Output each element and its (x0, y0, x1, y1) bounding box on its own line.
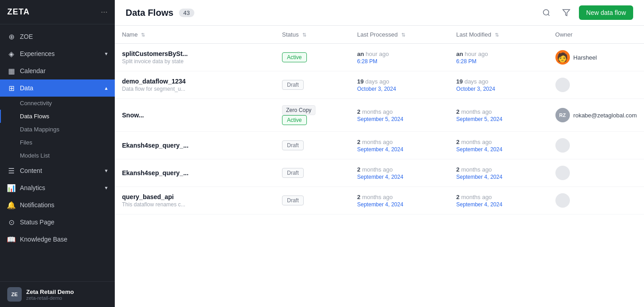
status-badge: Draft (282, 195, 304, 205)
sidebar-item-label: ZOE (20, 33, 33, 40)
flow-name-cell: demo_dataflow_1234 Data flow for segment… (115, 71, 275, 99)
sort-icon-processed: ⇅ (401, 32, 405, 37)
chevron-down-icon: ▾ (105, 51, 108, 57)
sidebar-item-connectivity[interactable]: Connectivity (0, 97, 115, 110)
sidebar-item-experiences[interactable]: ◈ Experiences ▾ (0, 45, 115, 62)
col-header-last-modified[interactable]: Last Modified ⇅ (449, 26, 548, 44)
flow-name-cell: Ekansh4sep_query_... (115, 132, 275, 159)
avatar-blank (555, 166, 570, 180)
sidebar-nav: ⊕ ZOE ◈ Experiences ▾ ▦ Calendar ⊞ Data … (0, 24, 115, 281)
sidebar-item-label: Content (20, 167, 42, 174)
main-content: Data Flows 43 New data flow Name (115, 0, 644, 307)
sidebar-item-knowledgebase[interactable]: 📖 Knowledge Base (0, 231, 115, 248)
sidebar-item-label: Status Page (20, 219, 54, 226)
modelslist-label: Models List (20, 152, 50, 159)
table-row[interactable]: splitCustomersBySt... Split invoice data… (115, 44, 644, 71)
avatar-blank (555, 138, 570, 153)
sidebar: ZETA ··· ⊕ ZOE ◈ Experiences ▾ ▦ Calenda… (0, 0, 115, 307)
sort-icon-status: ⇅ (302, 32, 306, 37)
sidebar-item-calendar[interactable]: ▦ Calendar (0, 62, 115, 79)
sidebar-item-statuspage[interactable]: ⊙ Status Page (0, 214, 115, 231)
owner-cell: RZ rokabe@zetaglobal.com (555, 108, 637, 122)
flow-owner-cell (548, 159, 644, 187)
table-row[interactable]: Snow... Zero CopyActive 2 months ago Sep… (115, 99, 644, 132)
flow-owner-cell: 🧑 Harsheel (548, 44, 644, 71)
flow-modified-time: 2 months ago September 4, 2024 (456, 194, 541, 208)
org-name: Zeta Retail Demo (26, 288, 74, 295)
status-badge: Draft (282, 140, 304, 150)
header-actions: New data flow (539, 5, 633, 20)
new-data-flow-button[interactable]: New data flow (579, 5, 633, 20)
owner-cell (555, 193, 637, 208)
sidebar-item-files[interactable]: Files (0, 136, 115, 149)
flow-name: Ekansh4sep_query_... (122, 142, 268, 149)
content-icon: ☰ (7, 167, 15, 175)
flow-modified-cell: 2 months ago September 5, 2024 (449, 99, 548, 132)
sort-icon-modified: ⇅ (495, 32, 499, 37)
flow-modified-cell: 19 days ago October 3, 2024 (449, 71, 548, 99)
flow-status-cell: Draft (275, 159, 350, 187)
search-button[interactable] (539, 5, 554, 20)
flow-modified-cell: an hour ago 6:28 PM (449, 44, 548, 71)
flow-desc: Data flow for segment_u... (122, 86, 268, 92)
sidebar-item-label: Experiences (20, 50, 55, 57)
status-badge: Active (282, 52, 307, 62)
sidebar-item-label: Data (20, 84, 33, 92)
col-header-last-processed[interactable]: Last Processed ⇅ (350, 26, 449, 44)
flow-name: splitCustomersBySt... (122, 50, 268, 57)
col-header-status[interactable]: Status ⇅ (275, 26, 350, 44)
filter-button[interactable] (559, 5, 573, 20)
analytics-icon: 📊 (7, 184, 15, 192)
sidebar-item-datamappings[interactable]: Data Mappings (0, 123, 115, 136)
sidebar-item-label: Analytics (20, 184, 45, 191)
data-subnav: Connectivity Data Flows Data Mappings Fi… (0, 97, 115, 162)
owner-cell (555, 138, 637, 153)
owner-cell (555, 166, 637, 180)
svg-marker-2 (563, 9, 570, 16)
col-header-name[interactable]: Name ⇅ (115, 26, 275, 44)
table-row[interactable]: Ekansh4sep_query_... Draft 2 months ago … (115, 132, 644, 159)
table-row[interactable]: query_based_api This dataflow renames c.… (115, 187, 644, 214)
sidebar-item-dataflows[interactable]: Data Flows (0, 110, 115, 123)
table-row[interactable]: demo_dataflow_1234 Data flow for segment… (115, 71, 644, 99)
flow-modified-cell: 2 months ago September 4, 2024 (449, 159, 548, 187)
sidebar-item-data[interactable]: ⊞ Data ▴ (0, 79, 115, 97)
flow-modified-time: 2 months ago September 4, 2024 (456, 166, 541, 180)
flow-name-cell: Snow... (115, 99, 275, 132)
flow-processed-cell: 19 days ago October 3, 2024 (350, 71, 449, 99)
sidebar-org[interactable]: ZE Zeta Retail Demo zeta-retail-demo (0, 281, 115, 307)
status-badge: Active (282, 115, 307, 125)
flow-name-cell: splitCustomersBySt... Split invoice data… (115, 44, 275, 71)
flow-name: Ekansh4sep_query_... (122, 169, 268, 177)
chevron-down-icon: ▾ (105, 167, 108, 174)
flow-modified-cell: 2 months ago September 4, 2024 (449, 132, 548, 159)
flow-name: demo_dataflow_1234 (122, 78, 268, 85)
flow-processed-cell: an hour ago 6:28 PM (350, 44, 449, 71)
flow-name: query_based_api (122, 193, 268, 200)
page-title-area: Data Flows 43 (126, 8, 194, 18)
logo-text: ZETA (7, 7, 30, 17)
col-header-owner: Owner (548, 26, 644, 44)
sidebar-item-modelslist[interactable]: Models List (0, 149, 115, 162)
sidebar-item-content[interactable]: ☰ Content ▾ (0, 162, 115, 179)
sidebar-item-analytics[interactable]: 📊 Analytics ▾ (0, 179, 115, 196)
flow-name: Snow... (122, 112, 268, 119)
flow-processed-cell: 2 months ago September 5, 2024 (350, 99, 449, 132)
chevron-up-icon: ▴ (105, 85, 108, 91)
notifications-icon: 🔔 (7, 201, 15, 209)
sidebar-menu-dots[interactable]: ··· (101, 7, 108, 17)
flow-name-cell: query_based_api This dataflow renames c.… (115, 187, 275, 214)
status-badge: Draft (282, 80, 304, 90)
flow-processed-time: 2 months ago September 5, 2024 (357, 108, 442, 122)
sidebar-item-label: Calendar (20, 67, 46, 74)
flow-status-cell: Active (275, 44, 350, 71)
org-avatar: ZE (7, 287, 22, 302)
flow-desc: Split invoice data by state (122, 58, 268, 65)
dataflows-label: Data Flows (20, 113, 49, 120)
flow-processed-time: 2 months ago September 4, 2024 (357, 194, 442, 208)
table-row[interactable]: Ekansh4sep_query_... Draft 2 months ago … (115, 159, 644, 187)
sidebar-item-notifications[interactable]: 🔔 Notifications (0, 196, 115, 214)
flow-count-badge: 43 (179, 9, 194, 17)
flow-processed-time: 2 months ago September 4, 2024 (357, 139, 442, 153)
sidebar-item-zoe[interactable]: ⊕ ZOE (0, 28, 115, 45)
